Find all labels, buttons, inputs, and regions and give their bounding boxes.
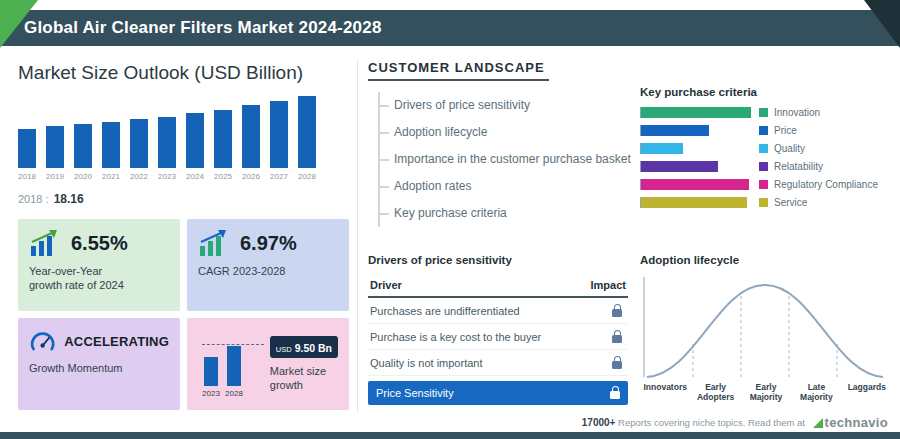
legend-swatch: [759, 126, 768, 135]
lock-icon: [612, 335, 622, 343]
customer-landscape-item: Drivers of price sensitivity: [380, 92, 632, 119]
market-bar-column: 2028: [298, 96, 316, 168]
market-bar: [298, 96, 316, 168]
market-bar-column: 2023: [158, 117, 176, 168]
adoption-lifecycle-block: Adoption lifecycle InnovatorsEarlyAdopte…: [640, 254, 892, 402]
green-corner-accent: [0, 0, 38, 48]
driver-name: Purchases are undifferentiated: [370, 305, 520, 317]
driver-column-header: Driver: [370, 279, 402, 291]
momentum-value: ACCELERATING: [64, 334, 169, 349]
technavio-arrow-icon: [813, 418, 823, 428]
adoption-stage-line: Adopters: [690, 392, 740, 402]
driver-name: Purchase is a key cost to the buyer: [370, 331, 541, 343]
mini-bar: [204, 357, 218, 386]
badge-currency: USD: [276, 345, 292, 354]
driver-row: Purchase is a key cost to the buyer: [368, 324, 628, 350]
growth-line1: Market size: [270, 364, 338, 378]
market-size-heading: Market Size Outlook (USD Billion): [18, 62, 303, 84]
report-count: 17000+: [582, 417, 616, 428]
market-bar: [214, 110, 232, 168]
key-purchase-chart: InnovationPriceQualityRelatabilityRegula…: [640, 107, 892, 208]
customer-landscape-item: Importance in the customer purchase bask…: [380, 146, 632, 173]
adoption-bell-curve-chart: [640, 275, 890, 380]
market-bar-year: 2023: [158, 172, 176, 181]
adoption-stage-line: Early: [690, 382, 740, 392]
driver-name: Quality is not important: [370, 357, 483, 369]
yoy-line2: growth rate of 2024: [29, 278, 169, 292]
lock-icon: [612, 361, 622, 369]
adoption-stage-line: Innovators: [640, 382, 690, 392]
market-growth-card: 20232028 USD9.50 Bn Market size growth: [187, 318, 349, 410]
mini-bar: [227, 346, 241, 386]
market-bar: [186, 113, 204, 168]
growth-dashed-line: [202, 344, 264, 345]
key-purchase-bar: [641, 179, 749, 190]
customer-landscape-item: Key purchase criteria: [380, 200, 632, 227]
key-purchase-bar-track: [640, 125, 751, 136]
mini-bars: 20232028: [198, 342, 260, 386]
cagr-value: 6.97%: [240, 232, 297, 255]
key-purchase-bar: [641, 161, 718, 172]
market-bar-year: 2025: [214, 172, 232, 181]
adoption-stage-label: Laggards: [842, 382, 892, 402]
mini-bar-year: 2023: [202, 389, 220, 398]
market-bar-column: 2018: [18, 129, 36, 168]
adoption-heading: Adoption lifecycle: [640, 254, 892, 266]
market-bar: [18, 129, 36, 168]
footer-note: 17000+ Reports covering niche topics. Re…: [582, 417, 805, 428]
customer-landscape-item: Adoption rates: [380, 173, 632, 200]
market-bar-column: 2027: [270, 101, 288, 168]
cagr-label: CAGR 2023-2028: [198, 264, 338, 278]
momentum-label: Growth Momentum: [29, 361, 169, 375]
adoption-stage-line: Majority: [741, 392, 791, 402]
legend-label: Relatability: [774, 161, 823, 172]
market-bar-year: 2027: [270, 172, 288, 181]
market-bar-year: 2022: [130, 172, 148, 181]
page-title: Global Air Cleaner Filters Market 2024-2…: [24, 10, 382, 46]
market-bar-year: 2019: [46, 172, 64, 181]
market-bar: [74, 124, 92, 168]
legend-label: Price: [774, 125, 797, 136]
adoption-stage-label: EarlyMajority: [741, 382, 791, 402]
growth-bars-icon: [29, 229, 63, 257]
adoption-stage-label: Innovators: [640, 382, 690, 402]
technavio-logo[interactable]: technavio: [813, 415, 888, 430]
key-purchase-bar-track: [640, 143, 751, 154]
technavio-wordmark: technavio: [825, 415, 888, 430]
legend-swatch: [759, 144, 768, 153]
price-sensitivity-row: Price Sensitivity: [368, 381, 628, 405]
key-purchase-bar-track: [640, 161, 751, 172]
market-bar: [102, 122, 120, 168]
market-bar-column: 2022: [130, 119, 148, 168]
impact-column-header: Impact: [591, 279, 626, 291]
market-bar-column: 2026: [242, 105, 260, 168]
market-bar: [130, 119, 148, 168]
key-purchase-bar-track: [640, 179, 751, 190]
base-year-value: 18.16: [54, 192, 84, 206]
adoption-stage-line: Late: [791, 382, 841, 392]
market-bar-column: 2024: [186, 113, 204, 168]
footer-text: Reports covering niche topics. Read them…: [618, 417, 805, 428]
legend-label: Quality: [774, 143, 805, 154]
key-purchase-bar: [641, 125, 709, 136]
key-purchase-row: Regulatory Compliance: [640, 179, 892, 190]
customer-landscape-heading: CUSTOMER LANDSCAPE: [368, 60, 549, 81]
market-bar-year: 2028: [298, 172, 316, 181]
column-divider: [357, 60, 358, 412]
mini-bar-year: 2028: [225, 389, 243, 398]
legend-label: Innovation: [774, 107, 820, 118]
adoption-labels: InnovatorsEarlyAdoptersEarlyMajorityLate…: [640, 382, 892, 402]
key-purchase-bar-track: [640, 197, 751, 208]
drivers-table-body: Purchases are undifferentiatedPurchase i…: [368, 298, 628, 376]
adoption-stage-label: EarlyAdopters: [690, 382, 740, 402]
legend-swatch: [759, 180, 768, 189]
key-purchase-block: Key purchase criteria InnovationPriceQua…: [640, 86, 892, 215]
adoption-stage-line: Early: [741, 382, 791, 392]
adoption-stage-label: LateMajority: [791, 382, 841, 402]
market-size-chart: 2018201920202021202220232024202520262027…: [18, 96, 316, 168]
market-bar-year: 2024: [186, 172, 204, 181]
mini-bar-column: 2023: [204, 357, 218, 386]
price-sensitivity-label: Price Sensitivity: [376, 387, 454, 399]
legend-label: Regulatory Compliance: [774, 179, 878, 190]
yoy-growth-card: 6.55% Year-over-Year growth rate of 2024: [18, 219, 180, 311]
